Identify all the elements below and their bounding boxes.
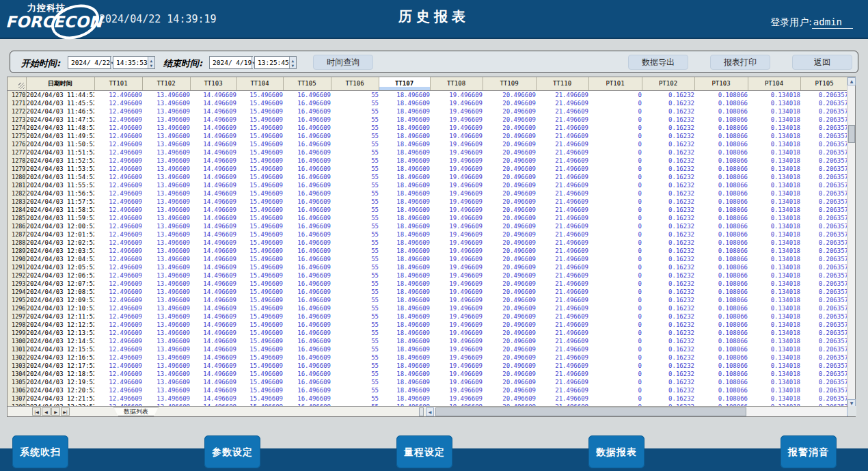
sheet-nav-next-icon[interactable]: ▶ — [51, 407, 60, 416]
table-row[interactable]: 12872024/04/03 12:01:5212.49660913.49660… — [8, 230, 848, 239]
value-cell-TT107: 18.496609 — [379, 378, 430, 386]
sheet-nav-prev-icon[interactable]: ◀ — [42, 407, 51, 416]
column-header-TT103[interactable]: TT103 — [190, 77, 236, 90]
value-cell-PT102: 0.16232 — [642, 296, 694, 304]
start-time-input[interactable]: 14:35:53 ▲▼ — [113, 56, 155, 69]
table-row[interactable]: 12832024/04/03 11:57:5212.49660913.49660… — [8, 198, 848, 206]
column-header-TT104[interactable]: TT104 — [236, 77, 283, 90]
sheet-nav-first-icon[interactable]: |◀ — [32, 407, 41, 416]
data-export-button[interactable]: 数据导出 — [628, 55, 688, 70]
value-cell-TT110: 21.496609 — [536, 173, 588, 181]
time-query-button[interactable]: 时间查询 — [313, 55, 373, 70]
end-date-picker[interactable]: 2024/ 4/19 ▼ — [209, 56, 253, 69]
value-cell-TT108: 19.496609 — [430, 107, 483, 116]
back-button[interactable]: 返回 — [792, 55, 852, 70]
tab-scroll-splitter[interactable] — [419, 407, 424, 416]
range-setting-button[interactable]: 量程设定 — [396, 435, 452, 468]
table-row[interactable]: 12922024/04/03 12:06:5212.49660913.49660… — [8, 271, 848, 280]
table-row[interactable]: 12742024/04/03 11:48:5212.49660913.49660… — [8, 124, 848, 132]
table-row[interactable]: 12882024/04/03 12:02:5212.49660913.49660… — [8, 239, 848, 247]
column-header-TT106[interactable]: TT106 — [331, 77, 379, 90]
corner-select-all-cell[interactable] — [8, 77, 26, 90]
value-cell-TT105: 16.496609 — [283, 132, 331, 140]
row-number-cell: 1280 — [8, 173, 26, 181]
table-row[interactable]: 12932024/04/03 12:07:5212.49660913.49660… — [8, 280, 848, 288]
value-cell-PT103: 0.108066 — [694, 345, 748, 353]
table-row[interactable]: 12772024/04/03 11:51:5212.49660913.49660… — [8, 148, 848, 157]
table-row[interactable]: 12792024/04/03 11:53:5212.49660913.49660… — [8, 165, 848, 173]
column-header-TT108[interactable]: TT108 — [430, 77, 483, 90]
system-purge-button[interactable]: 系统吹扫 — [12, 435, 68, 468]
column-header-PT103[interactable]: PT103 — [694, 77, 748, 90]
value-cell-PT101: 0 — [588, 255, 642, 263]
column-header-PT104[interactable]: PT104 — [748, 77, 800, 90]
table-row[interactable]: 12802024/04/03 11:54:5212.49660913.49660… — [8, 173, 848, 181]
table-row[interactable]: 12962024/04/03 12:10:5212.49660913.49660… — [8, 304, 848, 312]
column-header-datetime[interactable]: 日期时间 — [26, 77, 94, 90]
sheet-nav-last-icon[interactable]: ▶| — [61, 407, 70, 416]
value-cell-PT104: 0.134018 — [748, 296, 800, 304]
report-print-button[interactable]: 报表打印 — [710, 55, 770, 70]
table-row[interactable]: 12712024/04/03 11:45:5212.49660913.49660… — [8, 99, 848, 107]
end-time-spinner[interactable]: ▲▼ — [289, 57, 296, 68]
value-cell-TT109: 20.496609 — [483, 90, 536, 99]
column-header-PT102[interactable]: PT102 — [642, 77, 694, 90]
column-header-TT107[interactable]: TT107 — [379, 77, 430, 90]
row-number-cell: 1278 — [8, 157, 26, 165]
table-row[interactable]: 13022024/04/03 12:16:5212.49660913.49660… — [8, 353, 848, 362]
start-date-picker[interactable]: 2024/ 4/22 ▼ — [68, 56, 111, 69]
horizontal-scroll-thumb[interactable] — [435, 407, 746, 416]
scroll-up-icon[interactable]: ▲ — [847, 77, 856, 85]
parameter-setting-button[interactable]: 参数设定 — [204, 435, 260, 468]
table-row[interactable]: 12852024/04/03 11:59:5212.49660913.49660… — [8, 214, 848, 222]
table-row[interactable]: 12812024/04/03 11:55:5212.49660913.49660… — [8, 181, 848, 189]
column-header-TT102[interactable]: TT102 — [142, 77, 190, 90]
table-row[interactable]: 12992024/04/03 12:13:5212.49660913.49660… — [8, 329, 848, 337]
table-row[interactable]: 12892024/04/03 12:03:5212.49660913.49660… — [8, 247, 848, 255]
horizontal-scrollbar[interactable]: ◀ ▶ — [426, 407, 855, 416]
tab-data-list[interactable]: 数据列表 — [113, 407, 159, 416]
table-row[interactable]: 12902024/04/03 12:04:5212.49660913.49660… — [8, 255, 848, 263]
login-user-area: 登录用户:admin — [770, 16, 853, 29]
table-row[interactable]: 12782024/04/03 11:52:5212.49660913.49660… — [8, 157, 848, 165]
value-cell-TT109: 20.496609 — [483, 173, 536, 181]
alarm-mute-button[interactable]: 报警消音 — [781, 435, 837, 468]
table-row[interactable]: 13062024/04/03 12:20:5212.49660913.49660… — [8, 386, 848, 394]
table-row[interactable]: 12822024/04/03 11:56:5212.49660913.49660… — [8, 189, 848, 198]
table-row[interactable]: 13012024/04/03 12:15:5212.49660913.49660… — [8, 345, 848, 353]
table-row[interactable]: 12952024/04/03 12:09:5212.49660913.49660… — [8, 296, 848, 304]
table-row[interactable]: 12752024/04/03 11:49:5212.49660913.49660… — [8, 132, 848, 140]
table-row[interactable]: 12942024/04/03 12:08:5212.49660913.49660… — [8, 288, 848, 296]
vertical-scrollbar[interactable]: ▲ ▼ — [847, 77, 855, 407]
table-row[interactable]: 13052024/04/03 12:19:5212.49660913.49660… — [8, 378, 848, 386]
table-row[interactable]: 13042024/04/03 12:18:5212.49660913.49660… — [8, 370, 848, 378]
table-row[interactable]: 12732024/04/03 11:47:5212.49660913.49660… — [8, 116, 848, 124]
start-time-spinner[interactable]: ▲▼ — [148, 57, 154, 68]
table-row[interactable]: 12842024/04/03 11:58:5212.49660913.49660… — [8, 206, 848, 214]
value-cell-TT110: 21.496609 — [536, 99, 588, 107]
data-report-button[interactable]: 数据报表 — [588, 435, 645, 468]
scroll-left-icon[interactable]: ◀ — [426, 407, 434, 416]
value-cell-TT104: 15.496609 — [236, 271, 283, 280]
table-row[interactable]: 12972024/04/03 12:11:5212.49660913.49660… — [8, 312, 848, 321]
table-row[interactable]: 12912024/04/03 12:05:5212.49660913.49660… — [8, 263, 848, 271]
column-header-PT101[interactable]: PT101 — [588, 77, 642, 90]
vertical-scroll-thumb[interactable] — [848, 125, 855, 143]
table-row[interactable]: 12982024/04/03 12:12:5212.49660913.49660… — [8, 321, 848, 329]
column-header-TT110[interactable]: TT110 — [536, 77, 588, 90]
column-header-TT105[interactable]: TT105 — [283, 77, 331, 90]
table-row[interactable]: 12762024/04/03 11:50:5212.49660913.49660… — [8, 140, 848, 148]
table-row[interactable]: 12862024/04/03 12:00:5212.49660913.49660… — [8, 222, 848, 230]
value-cell-TT108: 19.496609 — [430, 189, 483, 198]
end-time-input[interactable]: 13:25:45 ▲▼ — [254, 56, 297, 69]
column-header-TT109[interactable]: TT109 — [483, 77, 536, 90]
table-row[interactable]: 13032024/04/03 12:17:5212.49660913.49660… — [8, 362, 848, 370]
table-row[interactable]: 13072024/04/03 12:21:5212.49660913.49660… — [8, 394, 848, 403]
table-row[interactable]: 13002024/04/03 12:14:5212.49660913.49660… — [8, 337, 848, 345]
table-row[interactable]: 12702024/04/03 11:44:5212.49660913.49660… — [8, 90, 848, 99]
column-header-PT105[interactable]: PT105 — [800, 77, 848, 90]
value-cell-TT102: 13.496609 — [142, 345, 190, 353]
value-cell-PT101: 0 — [588, 280, 642, 288]
column-header-TT101[interactable]: TT101 — [94, 77, 142, 90]
table-row[interactable]: 12722024/04/03 11:46:5212.49660913.49660… — [8, 107, 848, 116]
